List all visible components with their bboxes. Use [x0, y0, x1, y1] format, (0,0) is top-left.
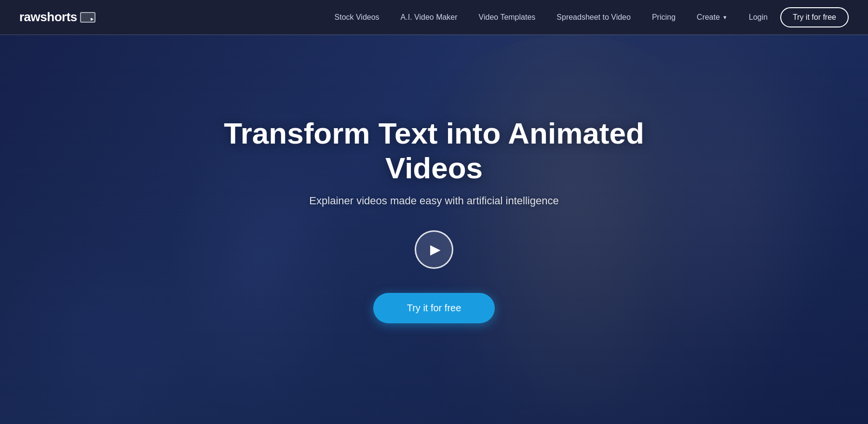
nav-link-video-templates[interactable]: Video Templates — [470, 9, 544, 26]
hero-cta-button[interactable]: Try it for free — [373, 293, 495, 323]
nav-item-create: Create ▼ — [688, 9, 736, 26]
nav-item-stock-videos: Stock Videos — [326, 9, 388, 26]
chevron-down-icon: ▼ — [722, 14, 728, 20]
navbar-separator — [0, 35, 868, 35]
nav-item-pricing: Pricing — [643, 9, 684, 26]
nav-item-spreadsheet-to-video: Spreadsheet to Video — [548, 9, 639, 26]
nav-links: Stock Videos A.I. Video Maker Video Temp… — [326, 7, 849, 27]
nav-item-video-templates: Video Templates — [470, 9, 544, 26]
nav-button-try-free[interactable]: Try it for free — [780, 7, 849, 27]
logo-icon — [80, 12, 95, 23]
nav-link-login[interactable]: Login — [740, 9, 776, 26]
navbar: rawshorts Stock Videos A.I. Video Maker … — [0, 0, 868, 35]
play-icon: ▶ — [430, 241, 441, 257]
nav-item-try-free: Try it for free — [780, 7, 849, 27]
nav-button-create[interactable]: Create ▼ — [688, 9, 736, 26]
play-button[interactable]: ▶ — [415, 230, 453, 269]
nav-item-ai-video-maker: A.I. Video Maker — [392, 9, 466, 26]
nav-link-spreadsheet-to-video[interactable]: Spreadsheet to Video — [548, 9, 639, 26]
hero-content: Transform Text into Animated Videos Expl… — [0, 35, 868, 424]
nav-link-pricing[interactable]: Pricing — [643, 9, 684, 26]
hero-subtitle: Explainer videos made easy with artifici… — [309, 195, 558, 207]
logo-text: rawshorts — [19, 10, 77, 25]
logo[interactable]: rawshorts — [19, 10, 95, 25]
nav-link-stock-videos[interactable]: Stock Videos — [326, 9, 388, 26]
nav-item-login: Login — [740, 9, 776, 26]
hero-title: Transform Text into Animated Videos — [217, 116, 651, 185]
nav-link-ai-video-maker[interactable]: A.I. Video Maker — [392, 9, 466, 26]
